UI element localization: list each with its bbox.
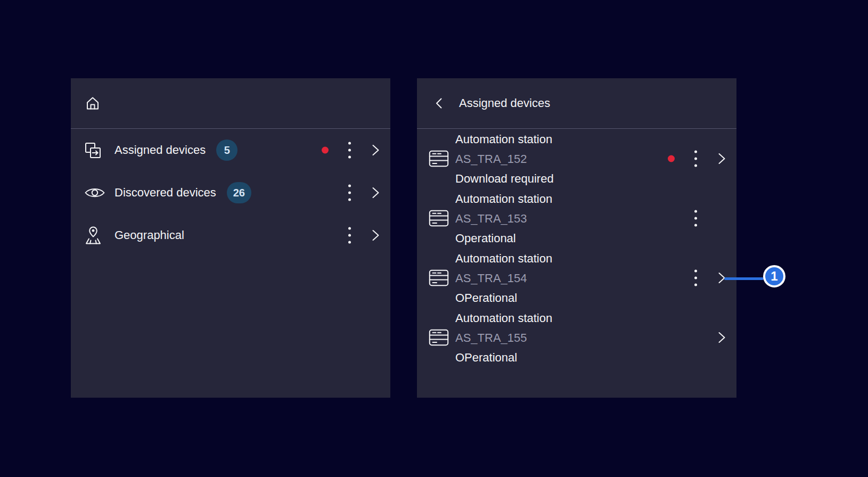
device-row-as-tra-154[interactable]: Automation station AS_TRA_154 OPerationa… <box>417 248 736 308</box>
geographical-map-pin-icon <box>84 226 107 245</box>
kebab-menu-icon[interactable] <box>346 140 353 161</box>
device-text: Automation station AS_TRA_152 Download r… <box>455 129 554 188</box>
home-button[interactable] <box>84 95 101 112</box>
chevron-right-icon[interactable] <box>369 186 382 200</box>
sidebar-item-label: Discovered devices <box>114 186 216 200</box>
device-name: AS_TRA_155 <box>455 328 552 348</box>
chevron-left-icon <box>435 97 443 109</box>
device-name: AS_TRA_154 <box>455 268 552 288</box>
chevron-right-icon[interactable] <box>369 228 382 242</box>
sidebar-item-geographical[interactable]: Geographical <box>71 214 390 257</box>
device-row-as-tra-155[interactable]: Automation station AS_TRA_155 OPerationa… <box>417 308 736 367</box>
kebab-menu-icon[interactable] <box>346 225 353 246</box>
device-text: Automation station AS_TRA_155 OPerationa… <box>455 308 552 367</box>
automation-station-icon <box>429 210 450 227</box>
left-panel-header <box>71 78 390 129</box>
chevron-right-icon[interactable] <box>715 331 728 344</box>
device-type: Automation station <box>455 249 552 268</box>
chevron-right-icon[interactable] <box>715 152 728 166</box>
kebab-menu-icon[interactable] <box>692 268 699 289</box>
navigation-panel: Assigned devices 5 Discovered devices 26 <box>71 78 390 398</box>
device-text: Automation station AS_TRA_153 Operationa… <box>455 189 552 248</box>
sidebar-item-assigned-devices[interactable]: Assigned devices 5 <box>71 129 390 171</box>
sidebar-item-label: Geographical <box>114 228 184 242</box>
count-badge: 26 <box>227 182 251 203</box>
kebab-menu-icon[interactable] <box>692 208 699 229</box>
device-type: Automation station <box>455 129 554 149</box>
discovered-devices-eye-icon <box>84 185 107 200</box>
automation-station-icon <box>429 150 450 167</box>
device-status: OPerational <box>455 288 552 308</box>
sidebar-item-label: Assigned devices <box>114 143 206 157</box>
page-title: Assigned devices <box>459 96 550 110</box>
device-status: Operational <box>455 228 552 248</box>
callout-connector-line <box>724 277 764 280</box>
device-type: Automation station <box>455 308 552 328</box>
alert-dot <box>322 147 329 154</box>
device-row-as-tra-152[interactable]: Automation station AS_TRA_152 Download r… <box>417 129 736 188</box>
device-status: OPerational <box>455 348 552 367</box>
kebab-menu-icon[interactable] <box>692 149 699 169</box>
chevron-right-icon[interactable] <box>369 143 382 157</box>
kebab-menu-icon[interactable] <box>346 183 353 203</box>
device-type: Automation station <box>455 189 552 209</box>
device-text: Automation station AS_TRA_154 OPerationa… <box>455 249 552 308</box>
right-panel-header: Assigned devices <box>417 78 736 129</box>
callout-marker-1: 1 <box>763 265 785 287</box>
automation-station-icon <box>429 329 450 346</box>
sidebar-item-discovered-devices[interactable]: Discovered devices 26 <box>71 171 390 214</box>
count-badge: 5 <box>216 139 238 161</box>
callout-number: 1 <box>771 269 777 284</box>
automation-station-icon <box>429 269 450 286</box>
home-icon <box>84 95 101 112</box>
assigned-devices-icon <box>84 142 107 159</box>
device-status: Download required <box>455 169 554 188</box>
device-row-as-tra-153[interactable]: Automation station AS_TRA_153 Operationa… <box>417 188 736 248</box>
stage: Assigned devices 5 Discovered devices 26 <box>0 0 868 477</box>
device-name: AS_TRA_153 <box>455 209 552 228</box>
back-button[interactable] <box>435 97 443 109</box>
assigned-devices-panel: Assigned devices Automation station AS_T… <box>417 78 736 398</box>
alert-dot <box>668 155 675 162</box>
device-name: AS_TRA_152 <box>455 149 554 169</box>
